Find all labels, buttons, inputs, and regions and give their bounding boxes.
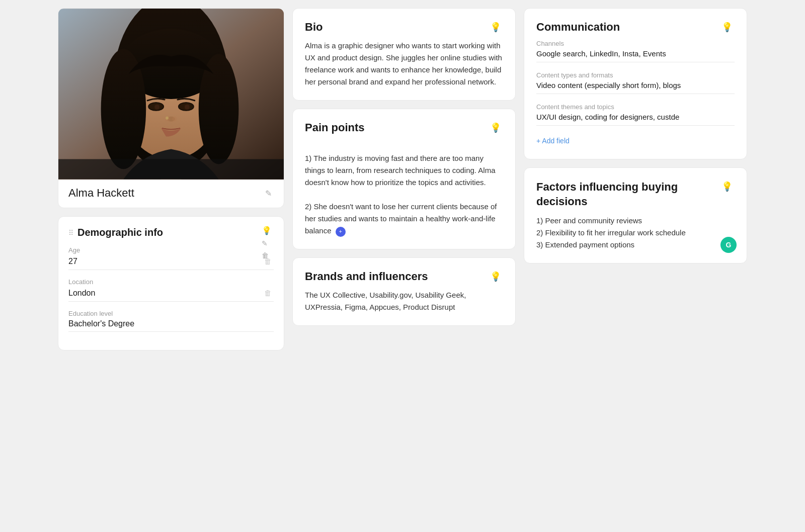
person-name: Alma Hackett xyxy=(68,187,134,200)
content-themes-label: Content themes and topics xyxy=(536,103,735,111)
demographic-actions: 💡 ✎ 🗑 xyxy=(260,225,274,260)
channels-value: Google search, LinkedIn, Insta, Events xyxy=(536,49,735,62)
demographic-bulb-button[interactable]: 💡 xyxy=(260,225,274,236)
content-themes-field: Content themes and topics UX/UI design, … xyxy=(536,103,735,126)
person-name-row: Alma Hackett ✎ xyxy=(58,180,284,208)
location-value: London xyxy=(68,289,95,298)
channels-field: Channels Google search, LinkedIn, Insta,… xyxy=(536,40,735,62)
education-value: Bachelor's Degree xyxy=(68,319,134,328)
user-avatar: G xyxy=(720,237,737,253)
svg-point-16 xyxy=(166,117,169,120)
brands-card: Brands and influencers 💡 The UX Collecti… xyxy=(292,257,516,326)
channels-label: Channels xyxy=(536,40,735,47)
location-label: Location xyxy=(68,278,274,286)
expand-icon[interactable]: + xyxy=(336,227,346,237)
pain-points-header: Pain points 💡 xyxy=(305,121,503,134)
bulb-icon: 💡 xyxy=(262,226,272,235)
right-column: Communication 💡 Channels Google search, … xyxy=(524,8,747,350)
left-column: Alma Hackett ✎ ⠿ Demographic info 💡 ✎ xyxy=(58,8,284,350)
svg-point-12 xyxy=(185,105,190,110)
communication-title: Communication xyxy=(536,21,620,34)
factors-body: 1) Peer and community reviews 2) Flexibi… xyxy=(536,215,735,251)
factors-title: Factors influencing buying decisions xyxy=(536,180,719,209)
demographic-edit-button[interactable]: ✎ xyxy=(260,238,274,248)
content-types-label: Content types and formats xyxy=(536,71,735,79)
age-field-group: Age 27 🗑 xyxy=(68,246,274,270)
demographic-header: ⠿ Demographic info 💡 ✎ 🗑 xyxy=(68,227,274,238)
factors-bulb-button[interactable]: 💡 xyxy=(719,180,735,193)
bio-header: Bio 💡 xyxy=(305,21,503,34)
edit-name-button[interactable]: ✎ xyxy=(263,188,274,199)
svg-point-15 xyxy=(172,117,177,122)
pain-points-title: Pain points xyxy=(305,121,365,134)
main-grid: Alma Hackett ✎ ⠿ Demographic info 💡 ✎ xyxy=(58,8,747,350)
content-types-value: Video content (especially short form), b… xyxy=(536,81,735,94)
add-field-label: + Add field xyxy=(536,137,570,145)
brands-bulb-button[interactable]: 💡 xyxy=(488,270,503,283)
location-delete-button[interactable]: 🗑 xyxy=(262,288,274,298)
photo-card: Alma Hackett ✎ xyxy=(58,8,284,208)
age-value: 27 xyxy=(68,257,77,266)
bio-bulb-button[interactable]: 💡 xyxy=(488,21,503,34)
age-value-row: 27 🗑 xyxy=(68,256,274,270)
factors-card: Factors influencing buying decisions 💡 1… xyxy=(524,167,747,263)
bio-title: Bio xyxy=(305,21,323,34)
factors-header: Factors influencing buying decisions 💡 xyxy=(536,180,735,209)
education-value-row: Bachelor's Degree xyxy=(68,319,274,332)
location-value-row: London 🗑 xyxy=(68,288,274,302)
pain-points-card: Pain points 💡 1) The industry is moving … xyxy=(292,109,516,249)
brands-body: The UX Collective, Usability.gov, Usabil… xyxy=(305,289,503,313)
svg-rect-17 xyxy=(58,159,284,179)
communication-header: Communication 💡 xyxy=(536,21,735,34)
communication-bulb-button[interactable]: 💡 xyxy=(719,21,735,34)
content-types-field: Content types and formats Video content … xyxy=(536,71,735,94)
delete-icon: 🗑 xyxy=(262,251,269,259)
pain-points-bulb-button[interactable]: 💡 xyxy=(488,121,503,134)
content-themes-value: UX/UI design, coding for designers, cust… xyxy=(536,113,735,126)
brands-title: Brands and influencers xyxy=(305,270,428,283)
communication-card: Communication 💡 Channels Google search, … xyxy=(524,8,747,159)
edit-icon: ✎ xyxy=(262,239,268,247)
demographic-title: Demographic info xyxy=(77,227,163,238)
demographic-card: ⠿ Demographic info 💡 ✎ 🗑 Age xyxy=(58,216,284,350)
education-field-group: Education level Bachelor's Degree xyxy=(68,310,274,332)
bio-card: Bio 💡 Alma is a graphic designer who wan… xyxy=(292,8,516,101)
svg-point-6 xyxy=(199,54,239,164)
demo-title-row: ⠿ Demographic info xyxy=(68,227,163,238)
profile-photo xyxy=(58,9,284,180)
pain-points-body: 1) The industry is moving fast and there… xyxy=(305,140,503,237)
brands-header: Brands and influencers 💡 xyxy=(305,270,503,283)
middle-column: Bio 💡 Alma is a graphic designer who wan… xyxy=(292,8,516,350)
drag-icon[interactable]: ⠿ xyxy=(68,229,73,237)
education-label: Education level xyxy=(68,310,274,317)
add-field-button[interactable]: + Add field xyxy=(536,135,570,147)
demographic-delete-button[interactable]: 🗑 xyxy=(260,250,274,260)
bio-body: Alma is a graphic designer who wants to … xyxy=(305,40,503,88)
age-label: Age xyxy=(68,246,274,254)
location-field-group: Location London 🗑 xyxy=(68,278,274,302)
pencil-icon: ✎ xyxy=(265,189,272,198)
svg-point-11 xyxy=(154,105,159,110)
